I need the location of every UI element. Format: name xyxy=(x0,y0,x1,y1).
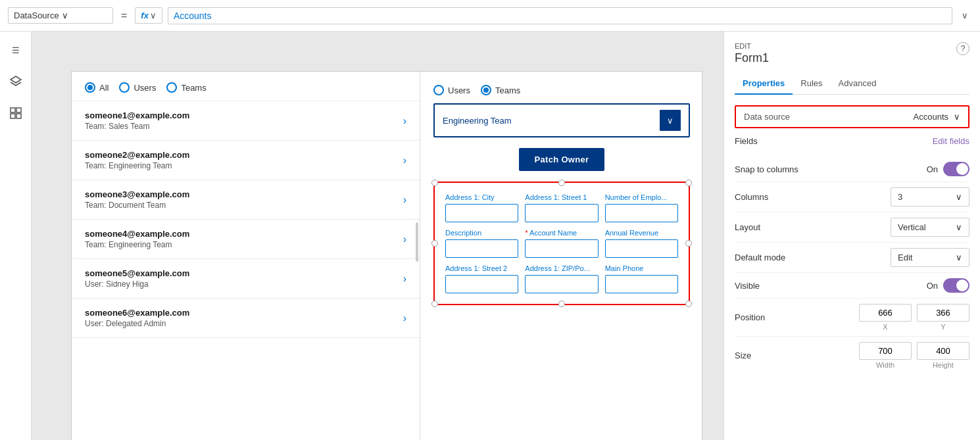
field-input[interactable] xyxy=(445,239,518,258)
person-info: someone3@example.com Team: Document Team xyxy=(85,189,189,210)
visible-row: Visible On xyxy=(735,273,969,299)
default-mode-select[interactable]: Edit ∨ xyxy=(891,248,969,267)
form-field: Address 1: City xyxy=(445,193,518,222)
right-radio-users-circle xyxy=(433,85,444,95)
handle-tl[interactable] xyxy=(431,180,438,186)
position-x-input[interactable] xyxy=(859,304,912,322)
handle-tr[interactable] xyxy=(685,180,692,186)
form-field: Main Phone xyxy=(605,264,678,293)
handle-br[interactable] xyxy=(685,301,692,307)
radio-teams[interactable]: Teams xyxy=(166,82,206,93)
width-label: Width xyxy=(859,361,912,369)
person-info: someone4@example.com Team: Engineering T… xyxy=(85,229,189,249)
columns-select[interactable]: 3 ∨ xyxy=(891,187,969,207)
columns-row: Columns 3 ∨ xyxy=(735,182,969,212)
visible-toggle[interactable] xyxy=(943,278,969,293)
form-field: Annual Revenue xyxy=(605,229,678,258)
field-input[interactable] xyxy=(605,275,678,293)
person-sub: Team: Sales Team xyxy=(85,122,189,131)
person-item[interactable]: someone3@example.com Team: Document Team… xyxy=(72,180,420,220)
help-icon[interactable]: ? xyxy=(956,42,969,55)
visible-label: Visible xyxy=(735,281,760,291)
tab-properties[interactable]: Properties xyxy=(735,73,793,95)
fields-label: Fields xyxy=(735,136,758,146)
form-field: Address 1: Street 2 xyxy=(445,264,518,293)
sidebar-icons: ☰ xyxy=(0,32,32,440)
layers-icon[interactable] xyxy=(5,71,26,92)
size-width-input[interactable] xyxy=(859,342,912,360)
layout-chevron: ∨ xyxy=(956,222,962,232)
field-input[interactable] xyxy=(445,275,518,293)
team-dropdown-value: Engineering Team xyxy=(443,116,512,126)
data-source-row[interactable]: Data source Accounts ∨ xyxy=(735,105,969,128)
edit-fields-link[interactable]: Edit fields xyxy=(933,136,969,146)
columns-label: Columns xyxy=(735,192,768,202)
snap-row: Snap to columns On xyxy=(735,157,969,182)
person-item[interactable]: someone1@example.com Team: Sales Team › xyxy=(72,101,420,141)
form-title: Form1 xyxy=(735,51,769,65)
position-y-input[interactable] xyxy=(917,304,969,322)
radio-all[interactable]: All xyxy=(85,82,109,93)
formula-bar[interactable]: Accounts xyxy=(168,7,952,24)
person-info: someone2@example.com Team: Engineering T… xyxy=(85,150,189,170)
team-dropdown[interactable]: Engineering Team ∨ xyxy=(433,103,690,137)
snap-value: On xyxy=(927,164,938,174)
handle-bl[interactable] xyxy=(431,301,438,307)
chevron-right-icon: › xyxy=(403,312,406,324)
right-inner-panel: Users Teams Engineering Team ∨ Patch Own… xyxy=(420,72,703,440)
person-email: someone4@example.com xyxy=(85,229,189,239)
people-radio-group: All Users Teams xyxy=(72,72,420,101)
svg-rect-2 xyxy=(16,108,21,112)
field-label: Main Phone xyxy=(605,264,678,272)
tab-advanced[interactable]: Advanced xyxy=(831,73,885,95)
person-sub: Team: Document Team xyxy=(85,201,189,210)
person-item[interactable]: someone5@example.com User: Sidney Higa › xyxy=(72,259,420,299)
field-input[interactable] xyxy=(525,239,598,258)
required-marker: * xyxy=(525,229,529,237)
visible-value: On xyxy=(927,281,938,291)
size-label: Size xyxy=(735,351,751,360)
layout-select[interactable]: Vertical ∨ xyxy=(891,218,969,237)
person-item[interactable]: someone2@example.com Team: Engineering T… xyxy=(72,141,420,180)
fields-row: Fields Edit fields xyxy=(735,136,969,146)
fx-button[interactable]: fx ∨ xyxy=(135,7,162,24)
person-info: someone5@example.com User: Sidney Higa xyxy=(85,268,189,289)
field-input[interactable] xyxy=(445,204,518,222)
form-container[interactable]: Address 1: City Address 1: Street 1 Numb… xyxy=(433,182,690,305)
handle-tm[interactable] xyxy=(558,180,565,186)
grid-icon[interactable] xyxy=(5,103,26,124)
radio-all-circle xyxy=(85,82,95,93)
right-radio-teams-label: Teams xyxy=(495,86,520,95)
properties-tabs: Properties Rules Advanced xyxy=(735,73,969,95)
patch-owner-button[interactable]: Patch Owner xyxy=(519,148,605,171)
hamburger-icon[interactable]: ☰ xyxy=(5,39,26,61)
person-item[interactable]: someone6@example.com User: Delegated Adm… xyxy=(72,299,420,338)
right-radio-teams[interactable]: Teams xyxy=(481,85,520,95)
scrollbar[interactable] xyxy=(416,222,418,262)
field-input[interactable] xyxy=(525,275,598,293)
person-sub: Team: Engineering Team xyxy=(85,240,189,249)
data-source-label: Data source xyxy=(744,112,790,122)
canvas-area: All Users Teams someone1@example.com Tea… xyxy=(32,32,723,440)
right-radio-users[interactable]: Users xyxy=(433,85,470,95)
data-source-chevron: ∨ xyxy=(954,112,960,122)
tab-rules[interactable]: Rules xyxy=(793,73,830,95)
handle-ml[interactable] xyxy=(431,240,438,247)
field-input[interactable] xyxy=(605,204,678,222)
size-height-input[interactable] xyxy=(917,342,969,360)
radio-users[interactable]: Users xyxy=(119,82,156,93)
person-item[interactable]: someone4@example.com Team: Engineering T… xyxy=(72,220,420,259)
field-label: Address 1: City xyxy=(445,193,518,201)
handle-mr[interactable] xyxy=(685,240,692,247)
chevron-right-icon: › xyxy=(403,194,406,206)
field-input[interactable] xyxy=(605,239,678,258)
snap-toggle[interactable] xyxy=(943,162,969,176)
columns-chevron: ∨ xyxy=(956,192,962,202)
handle-bm[interactable] xyxy=(558,301,565,307)
person-sub: Team: Engineering Team xyxy=(85,161,189,170)
datasource-dropdown[interactable]: DataSource ∨ xyxy=(8,7,113,24)
field-label: Description xyxy=(445,229,518,237)
field-input[interactable] xyxy=(525,204,598,222)
radio-all-label: All xyxy=(99,83,109,93)
default-mode-label: Default mode xyxy=(735,253,785,262)
